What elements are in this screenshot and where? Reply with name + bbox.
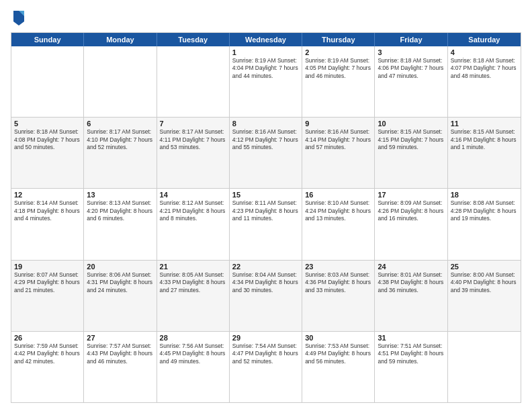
calendar-row-2: 12Sunrise: 8:14 AM Sunset: 4:18 PM Dayli… [11,188,521,259]
cell-info: Sunrise: 8:18 AM Sunset: 4:07 PM Dayligh… [451,57,518,80]
day-number: 10 [378,120,444,128]
weekday-header-tuesday: Tuesday [157,33,230,46]
calendar-cell-r4-c3: 29Sunrise: 7:54 AM Sunset: 4:47 PM Dayli… [230,332,302,402]
calendar-cell-r4-c6 [448,332,521,402]
cell-info: Sunrise: 8:04 AM Sunset: 4:34 PM Dayligh… [232,271,299,294]
weekday-header-sunday: Sunday [11,33,84,46]
calendar-cell-r2-c0: 12Sunrise: 8:14 AM Sunset: 4:18 PM Dayli… [11,189,84,259]
calendar-cell-r1-c3: 8Sunrise: 8:16 AM Sunset: 4:12 PM Daylig… [230,118,302,188]
calendar-cell-r1-c0: 5Sunrise: 8:18 AM Sunset: 4:08 PM Daylig… [11,118,84,188]
calendar-cell-r3-c0: 19Sunrise: 8:07 AM Sunset: 4:29 PM Dayli… [11,261,84,331]
logo [11,8,30,27]
calendar-cell-r0-c1 [84,46,157,117]
cell-info: Sunrise: 7:51 AM Sunset: 4:51 PM Dayligh… [378,342,444,365]
calendar-cell-r1-c6: 11Sunrise: 8:15 AM Sunset: 4:16 PM Dayli… [448,118,521,188]
calendar-cell-r1-c2: 7Sunrise: 8:17 AM Sunset: 4:11 PM Daylig… [157,118,230,188]
day-number: 23 [305,263,371,271]
day-number: 6 [87,120,153,128]
day-number: 17 [378,191,444,199]
calendar-row-4: 26Sunrise: 7:59 AM Sunset: 4:42 PM Dayli… [11,331,521,402]
cell-info: Sunrise: 8:11 AM Sunset: 4:23 PM Dayligh… [232,199,299,222]
day-number: 2 [305,48,371,56]
calendar-cell-r4-c2: 28Sunrise: 7:56 AM Sunset: 4:45 PM Dayli… [157,332,230,402]
cell-info: Sunrise: 8:00 AM Sunset: 4:40 PM Dayligh… [451,271,518,294]
day-number: 21 [160,263,226,271]
header [11,8,521,27]
cell-info: Sunrise: 8:19 AM Sunset: 4:04 PM Dayligh… [232,57,299,80]
calendar-cell-r3-c2: 21Sunrise: 8:05 AM Sunset: 4:33 PM Dayli… [157,261,230,331]
calendar-cell-r0-c3: 1Sunrise: 8:19 AM Sunset: 4:04 PM Daylig… [230,46,302,117]
cell-info: Sunrise: 8:05 AM Sunset: 4:33 PM Dayligh… [160,271,226,294]
day-number: 29 [232,334,299,342]
day-number: 27 [87,334,153,342]
calendar-row-1: 5Sunrise: 8:18 AM Sunset: 4:08 PM Daylig… [11,117,521,188]
day-number: 31 [378,334,444,342]
calendar-cell-r2-c5: 17Sunrise: 8:09 AM Sunset: 4:26 PM Dayli… [375,189,447,259]
day-number: 28 [160,334,226,342]
calendar-cell-r4-c0: 26Sunrise: 7:59 AM Sunset: 4:42 PM Dayli… [11,332,84,402]
weekday-header-saturday: Saturday [448,33,521,46]
calendar-body: 1Sunrise: 8:19 AM Sunset: 4:04 PM Daylig… [11,46,521,402]
weekday-header-thursday: Thursday [302,33,375,46]
day-number: 7 [160,120,226,128]
cell-info: Sunrise: 8:12 AM Sunset: 4:21 PM Dayligh… [160,199,226,222]
calendar-cell-r1-c4: 9Sunrise: 8:16 AM Sunset: 4:14 PM Daylig… [302,118,375,188]
calendar-cell-r0-c5: 3Sunrise: 8:18 AM Sunset: 4:06 PM Daylig… [375,46,447,117]
cell-info: Sunrise: 8:17 AM Sunset: 4:10 PM Dayligh… [87,128,153,151]
day-number: 25 [451,263,518,271]
cell-info: Sunrise: 8:18 AM Sunset: 4:06 PM Dayligh… [378,57,444,80]
calendar-cell-r3-c6: 25Sunrise: 8:00 AM Sunset: 4:40 PM Dayli… [448,261,521,331]
calendar-header: SundayMondayTuesdayWednesdayThursdayFrid… [11,33,521,46]
calendar: SundayMondayTuesdayWednesdayThursdayFrid… [11,32,521,403]
cell-info: Sunrise: 8:15 AM Sunset: 4:16 PM Dayligh… [451,128,518,151]
cell-info: Sunrise: 8:03 AM Sunset: 4:36 PM Dayligh… [305,271,371,294]
day-number: 26 [14,334,81,342]
day-number: 18 [451,191,518,199]
calendar-cell-r3-c4: 23Sunrise: 8:03 AM Sunset: 4:36 PM Dayli… [302,261,375,331]
logo-icon [11,8,27,27]
cell-info: Sunrise: 8:06 AM Sunset: 4:31 PM Dayligh… [87,271,153,294]
day-number: 3 [378,48,444,56]
cell-info: Sunrise: 8:09 AM Sunset: 4:26 PM Dayligh… [378,199,444,222]
calendar-cell-r1-c5: 10Sunrise: 8:15 AM Sunset: 4:15 PM Dayli… [375,118,447,188]
calendar-cell-r2-c1: 13Sunrise: 8:13 AM Sunset: 4:20 PM Dayli… [84,189,157,259]
calendar-row-0: 1Sunrise: 8:19 AM Sunset: 4:04 PM Daylig… [11,46,521,117]
day-number: 9 [305,120,371,128]
weekday-header-monday: Monday [84,33,157,46]
cell-info: Sunrise: 8:15 AM Sunset: 4:15 PM Dayligh… [378,128,444,151]
page: SundayMondayTuesdayWednesdayThursdayFrid… [0,0,532,411]
day-number: 8 [232,120,299,128]
cell-info: Sunrise: 7:56 AM Sunset: 4:45 PM Dayligh… [160,342,226,365]
cell-info: Sunrise: 8:16 AM Sunset: 4:12 PM Dayligh… [232,128,299,151]
day-number: 20 [87,263,153,271]
weekday-header-wednesday: Wednesday [230,33,302,46]
day-number: 1 [232,48,299,56]
day-number: 14 [160,191,226,199]
calendar-row-3: 19Sunrise: 8:07 AM Sunset: 4:29 PM Dayli… [11,260,521,331]
calendar-cell-r2-c4: 16Sunrise: 8:10 AM Sunset: 4:24 PM Dayli… [302,189,375,259]
cell-info: Sunrise: 8:19 AM Sunset: 4:05 PM Dayligh… [305,57,371,80]
calendar-cell-r3-c3: 22Sunrise: 8:04 AM Sunset: 4:34 PM Dayli… [230,261,302,331]
day-number: 24 [378,263,444,271]
cell-info: Sunrise: 7:53 AM Sunset: 4:49 PM Dayligh… [305,342,371,365]
day-number: 12 [14,191,81,199]
calendar-cell-r4-c1: 27Sunrise: 7:57 AM Sunset: 4:43 PM Dayli… [84,332,157,402]
calendar-cell-r0-c6: 4Sunrise: 8:18 AM Sunset: 4:07 PM Daylig… [448,46,521,117]
calendar-cell-r3-c1: 20Sunrise: 8:06 AM Sunset: 4:31 PM Dayli… [84,261,157,331]
calendar-cell-r4-c5: 31Sunrise: 7:51 AM Sunset: 4:51 PM Dayli… [375,332,447,402]
cell-info: Sunrise: 8:08 AM Sunset: 4:28 PM Dayligh… [451,199,518,222]
calendar-cell-r1-c1: 6Sunrise: 8:17 AM Sunset: 4:10 PM Daylig… [84,118,157,188]
cell-info: Sunrise: 7:59 AM Sunset: 4:42 PM Dayligh… [14,342,81,365]
day-number: 5 [14,120,81,128]
calendar-cell-r0-c2 [157,46,230,117]
cell-info: Sunrise: 8:07 AM Sunset: 4:29 PM Dayligh… [14,271,81,294]
day-number: 4 [451,48,518,56]
day-number: 15 [232,191,299,199]
day-number: 30 [305,334,371,342]
cell-info: Sunrise: 8:14 AM Sunset: 4:18 PM Dayligh… [14,199,81,222]
day-number: 22 [232,263,299,271]
day-number: 13 [87,191,153,199]
calendar-cell-r3-c5: 24Sunrise: 8:01 AM Sunset: 4:38 PM Dayli… [375,261,447,331]
weekday-header-friday: Friday [375,33,447,46]
calendar-cell-r2-c6: 18Sunrise: 8:08 AM Sunset: 4:28 PM Dayli… [448,189,521,259]
